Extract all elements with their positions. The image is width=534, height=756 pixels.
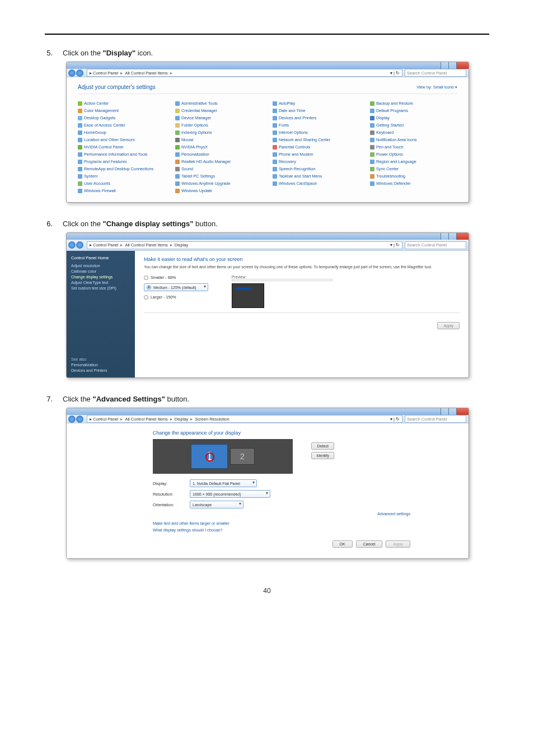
cp-item[interactable]: Region and Language bbox=[370, 159, 457, 164]
cp-item[interactable]: Fonts bbox=[273, 123, 360, 128]
cp-item[interactable]: Keyboard bbox=[370, 130, 457, 135]
search-input[interactable]: Search Control Panel bbox=[405, 415, 466, 423]
sidebar-link[interactable]: Calibrate color bbox=[71, 269, 130, 273]
see-also-devices[interactable]: Devices and Printers bbox=[71, 368, 107, 372]
nav-back-button[interactable] bbox=[68, 416, 76, 423]
cp-item[interactable]: System bbox=[78, 174, 165, 179]
nav-back-button[interactable] bbox=[68, 69, 76, 77]
search-input[interactable]: Search Control Panel bbox=[405, 241, 466, 249]
size-radio[interactable]: Medium - 125% (default) bbox=[144, 283, 208, 291]
cp-item[interactable]: Realtek HD Audio Manager bbox=[175, 159, 263, 164]
cp-item[interactable]: Notification Area Icons bbox=[370, 137, 457, 142]
cp-item[interactable]: Recovery bbox=[273, 159, 360, 164]
size-radio[interactable]: Smaller - 88% bbox=[144, 275, 208, 280]
cp-item[interactable]: HomeGroup bbox=[78, 130, 165, 135]
cp-item[interactable]: Desktop Gadgets bbox=[78, 115, 165, 120]
cp-item[interactable]: Troubleshooting bbox=[370, 174, 457, 179]
cp-item[interactable]: User Accounts bbox=[78, 181, 165, 186]
maximize-button[interactable] bbox=[448, 233, 456, 240]
cp-item[interactable]: NVIDIA Control Panel bbox=[78, 144, 165, 150]
cp-item[interactable]: Windows Anytime Upgrade bbox=[175, 181, 263, 186]
cp-item[interactable]: Tablet PC Settings bbox=[175, 174, 263, 179]
cp-item[interactable]: Taskbar and Start Menu bbox=[273, 174, 360, 179]
address-bar[interactable]: ▸ Control Panel ▸ All Control Panel Item… bbox=[87, 241, 402, 249]
cp-item[interactable]: Default Programs bbox=[370, 108, 457, 113]
sidebar-link[interactable]: Change display settings bbox=[71, 275, 130, 279]
ok-button[interactable]: OK bbox=[332, 540, 353, 548]
cp-item[interactable]: Windows Update bbox=[175, 188, 263, 193]
cp-item[interactable]: Network and Sharing Center bbox=[273, 137, 360, 142]
maximize-button[interactable] bbox=[448, 62, 456, 69]
nav-forward-button[interactable] bbox=[76, 69, 83, 77]
cp-item[interactable]: RemoteApp and Desktop Connections bbox=[78, 166, 165, 171]
cp-item[interactable]: Action Center bbox=[78, 101, 165, 106]
cp-item[interactable]: Getting Started bbox=[370, 123, 457, 128]
cp-view-mode[interactable]: View by: Small icons ▾ bbox=[416, 85, 457, 90]
nav-forward-button[interactable] bbox=[76, 416, 83, 423]
cp-item[interactable]: Administrative Tools bbox=[175, 101, 263, 106]
see-also-personalization[interactable]: Personalization bbox=[71, 363, 107, 367]
cp-item[interactable]: Speech Recognition bbox=[273, 166, 360, 171]
cp-item[interactable]: Sound bbox=[175, 166, 263, 171]
cp-item[interactable]: Date and Time bbox=[273, 108, 360, 113]
nav-back-button[interactable] bbox=[68, 241, 76, 249]
address-bar[interactable]: ▸ Control Panel ▸ All Control Panel Item… bbox=[87, 415, 402, 423]
cp-item[interactable]: Windows Firewall bbox=[78, 188, 165, 193]
monitor-1[interactable]: 1 bbox=[191, 444, 228, 469]
apply-button[interactable]: Apply bbox=[386, 540, 410, 548]
address-bar[interactable]: ▸ Control Panel ▸ All Control Panel Item… bbox=[87, 69, 402, 77]
monitor-arrange-box[interactable]: 1 2 Detect Identify bbox=[153, 439, 293, 474]
advanced-settings-link[interactable]: Advanced settings bbox=[153, 511, 410, 516]
cp-item[interactable]: Internet Options bbox=[273, 130, 360, 135]
cp-item[interactable]: AutoPlay bbox=[273, 101, 360, 106]
cp-item[interactable]: NVIDIA PhysX bbox=[175, 144, 263, 150]
maximize-button[interactable] bbox=[448, 408, 456, 415]
sidebar-link[interactable]: Adjust resolution bbox=[71, 264, 130, 268]
cp-item[interactable]: Pen and Touch bbox=[370, 144, 457, 150]
what-settings-link[interactable]: What display settings should I choose? bbox=[153, 528, 455, 533]
cp-item[interactable]: Programs and Features bbox=[78, 159, 165, 164]
dropdown[interactable]: 1. Nvidia Default Flat Panel bbox=[190, 479, 257, 487]
cp-item[interactable]: Backup and Restore bbox=[370, 101, 457, 106]
cp-item[interactable]: Sync Center bbox=[370, 166, 457, 171]
cp-item[interactable]: Performance Information and Tools bbox=[78, 152, 165, 157]
sidebar-home[interactable]: Control Panel Home bbox=[71, 255, 130, 260]
minimize-button[interactable] bbox=[441, 233, 448, 240]
search-input[interactable]: Search Control Panel bbox=[405, 69, 466, 77]
close-button[interactable] bbox=[456, 233, 469, 240]
cp-item[interactable]: Windows CardSpace bbox=[273, 181, 360, 186]
dropdown[interactable]: Landscape bbox=[190, 501, 243, 508]
cp-item[interactable]: Credential Manager bbox=[175, 108, 263, 113]
cp-item[interactable]: Color Management bbox=[78, 108, 165, 113]
cp-item[interactable]: Display bbox=[370, 115, 457, 120]
text-size-link[interactable]: Make text and other items larger or smal… bbox=[153, 521, 455, 526]
size-radio[interactable]: Larger - 150% bbox=[144, 295, 208, 300]
close-button[interactable] bbox=[456, 62, 469, 69]
identify-button[interactable]: Identify bbox=[311, 452, 334, 459]
cp-item[interactable]: Ease of Access Center bbox=[78, 123, 165, 128]
cp-item[interactable]: Folder Options bbox=[175, 123, 263, 128]
dropdown[interactable]: 1600 × 900 (recommended) bbox=[190, 490, 270, 498]
cp-item[interactable]: Device Manager bbox=[175, 115, 263, 120]
cp-item[interactable]: Power Options bbox=[370, 152, 457, 157]
cp-item[interactable]: Personalization bbox=[175, 152, 263, 157]
screenshot-display-settings: ▸ Control Panel ▸ All Control Panel Item… bbox=[66, 232, 489, 378]
monitor-2[interactable]: 2 bbox=[230, 448, 255, 465]
close-button[interactable] bbox=[456, 408, 469, 415]
cp-item[interactable]: Indexing Options bbox=[175, 130, 263, 135]
cp-item[interactable]: Devices and Printers bbox=[273, 115, 360, 120]
cp-item[interactable]: Parental Controls bbox=[273, 144, 360, 150]
cp-item[interactable]: Mouse bbox=[175, 137, 263, 142]
cp-item[interactable]: Phone and Modem bbox=[273, 152, 360, 157]
window-titlebar bbox=[67, 233, 469, 240]
cp-item[interactable]: Windows Defender bbox=[370, 181, 457, 186]
sidebar-link[interactable]: Set custom text size (DPI) bbox=[71, 286, 130, 290]
detect-button[interactable]: Detect bbox=[311, 442, 334, 450]
cancel-button[interactable]: Cancel bbox=[356, 540, 383, 548]
cp-item[interactable]: Location and Other Sensors bbox=[78, 137, 165, 142]
apply-button[interactable]: Apply bbox=[437, 322, 460, 329]
sidebar-link[interactable]: Adjust ClearType text bbox=[71, 281, 130, 284]
minimize-button[interactable] bbox=[441, 62, 448, 69]
nav-forward-button[interactable] bbox=[76, 241, 83, 249]
minimize-button[interactable] bbox=[441, 408, 448, 415]
